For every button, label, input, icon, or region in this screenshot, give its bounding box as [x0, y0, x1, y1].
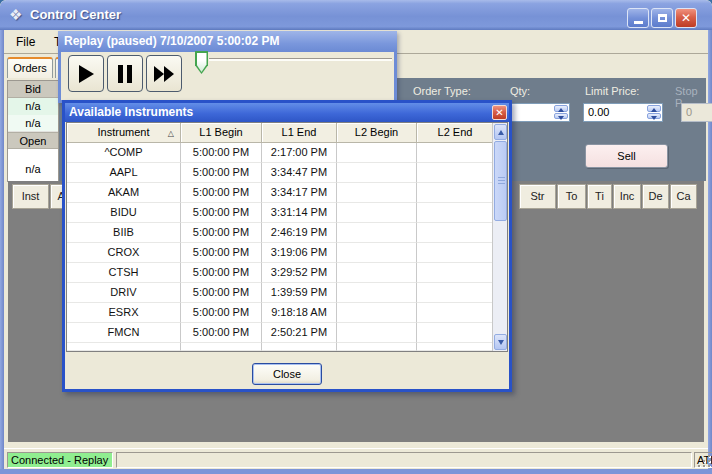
close-button[interactable]: ✕: [675, 8, 697, 28]
col-header-ca[interactable]: Ca: [670, 184, 697, 209]
replay-slider-thumb[interactable]: [195, 51, 208, 74]
table-row[interactable]: ESRX5:00:00 PM9:18:18 AM: [67, 303, 507, 323]
table-row[interactable]: AKAM5:00:00 PM3:34:17 PM: [67, 183, 507, 203]
window-border-bottom: [0, 469, 712, 474]
dialog-title-bar[interactable]: Available Instruments: [65, 103, 509, 122]
col-header-str[interactable]: Str: [519, 184, 556, 209]
col-l2-begin[interactable]: L2 Begin: [337, 123, 417, 143]
qty-field[interactable]: [505, 103, 570, 122]
table-row[interactable]: BIDU5:00:00 PM3:31:14 PM: [67, 203, 507, 223]
scroll-down-icon[interactable]: [494, 334, 507, 350]
bid-value-1: n/a: [8, 98, 58, 115]
quote-panel: Bid n/a n/a Open n/a: [7, 80, 59, 182]
fast-forward-icon: [154, 66, 174, 82]
instruments-table: Instrument△ L1 Begin L1 End L2 Begin L2 …: [66, 122, 508, 352]
title-bar: ❖ Control Center ✕: [0, 0, 712, 30]
table-row[interactable]: FMCN5:00:00 PM2:50:21 PM: [67, 323, 507, 343]
bid-value-2: n/a: [8, 115, 58, 132]
fast-forward-button[interactable]: [146, 55, 182, 92]
tab-orders[interactable]: Orders: [7, 57, 53, 78]
limit-price-spinner[interactable]: [647, 105, 661, 120]
col-l2-end[interactable]: L2 End: [417, 123, 493, 143]
spin-up-icon[interactable]: [647, 105, 661, 112]
open-value: n/a: [8, 161, 58, 178]
replay-window: Replay (paused) 7/10/2007 5:00:02 PM: [58, 31, 397, 103]
qty-spinner[interactable]: [554, 105, 568, 120]
table-row[interactable]: CROX5:00:00 PM3:19:06 PM: [67, 243, 507, 263]
col-header-ti[interactable]: Ti: [587, 184, 612, 209]
window-border-left: [0, 30, 4, 474]
scrollbar-thumb[interactable]: [494, 141, 507, 221]
sort-ascending-icon: △: [168, 124, 174, 143]
sell-button[interactable]: Sell: [585, 144, 668, 168]
menu-file[interactable]: File: [12, 33, 39, 51]
app-icon: ❖: [9, 6, 22, 24]
dialog-close-button[interactable]: ✕: [492, 105, 507, 120]
status-middle-panel: [116, 452, 692, 468]
status-connection: Connected - Replay: [7, 452, 113, 468]
play-icon: [79, 65, 94, 83]
replay-slider-track[interactable]: [209, 58, 392, 61]
minimize-icon: [634, 21, 643, 24]
scroll-up-icon[interactable]: [494, 124, 507, 140]
play-button[interactable]: [68, 55, 104, 92]
open-header: Open: [8, 132, 58, 149]
available-instruments-dialog: Available Instruments ✕ Instrument△ L1 B…: [62, 100, 512, 392]
close-icon: ✕: [681, 12, 691, 24]
spin-up-icon[interactable]: [554, 105, 568, 112]
pause-icon: [118, 65, 132, 83]
replay-title-bar[interactable]: Replay (paused) 7/10/2007 5:00:02 PM: [58, 31, 397, 52]
table-row[interactable]: CTSH5:00:00 PM3:29:52 PM: [67, 263, 507, 283]
minimize-button[interactable]: [627, 8, 649, 28]
vertical-scrollbar[interactable]: [492, 123, 507, 351]
table-header-row: Instrument△ L1 Begin L1 End L2 Begin L2 …: [67, 123, 507, 143]
table-row[interactable]: DRIV5:00:00 PM1:39:59 PM: [67, 283, 507, 303]
stop-price-value: 0: [686, 106, 692, 118]
qty-label: Qty:: [510, 85, 530, 97]
col-l1-end[interactable]: L1 End: [262, 123, 337, 143]
col-header-inst[interactable]: Inst: [12, 184, 49, 209]
table-row[interactable]: ^COMP5:00:00 PM2:17:00 PM: [67, 143, 507, 163]
maximize-icon: [658, 14, 667, 22]
limit-price-value: 0.00: [588, 106, 609, 118]
table-row-partial: [67, 343, 507, 351]
dialog-close-action-button[interactable]: Close: [252, 363, 322, 385]
table-row[interactable]: AAPL5:00:00 PM3:34:47 PM: [67, 163, 507, 183]
spin-down-icon[interactable]: [554, 113, 568, 120]
window-border-right: [708, 30, 712, 474]
col-instrument[interactable]: Instrument△: [67, 123, 181, 143]
control-center-window: ❖ Control Center ✕ File To Orders S Bid …: [0, 0, 712, 474]
col-l1-begin[interactable]: L1 Begin: [181, 123, 262, 143]
col-header-inc[interactable]: Inc: [613, 184, 641, 209]
spin-down-icon[interactable]: [647, 113, 661, 120]
close-icon: ✕: [495, 107, 503, 118]
maximize-button[interactable]: [651, 8, 673, 28]
status-bar: Connected - Replay ATI: [4, 448, 708, 469]
col-header-de[interactable]: De: [642, 184, 669, 209]
col-header-to[interactable]: To: [557, 184, 586, 209]
resize-grip[interactable]: [698, 455, 712, 469]
quote-spacer: [8, 149, 58, 161]
window-title: Control Center: [30, 7, 121, 22]
limit-price-label: Limit Price:: [585, 85, 639, 97]
table-row[interactable]: BIIB5:00:00 PM2:46:19 PM: [67, 223, 507, 243]
order-type-label: Order Type:: [413, 85, 471, 97]
stop-price-field: 0: [681, 103, 712, 122]
pause-button[interactable]: [107, 55, 143, 92]
bid-header: Bid: [8, 81, 58, 98]
limit-price-field[interactable]: 0.00: [583, 103, 663, 122]
